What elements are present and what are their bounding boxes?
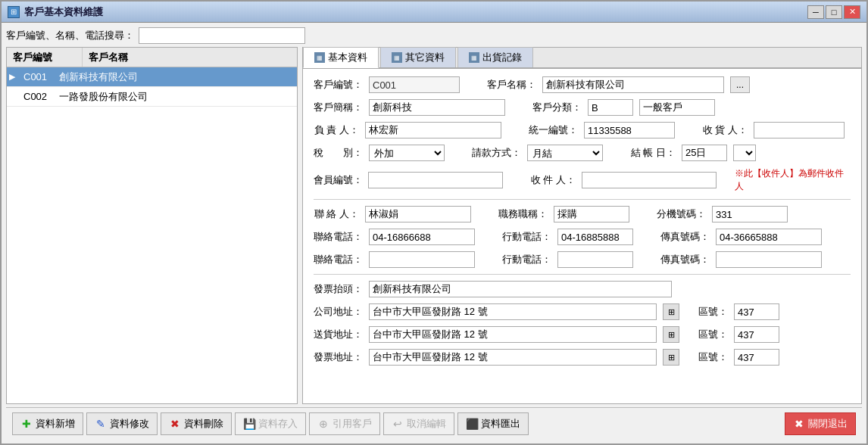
company-addr-input[interactable] [369, 303, 657, 320]
delivery-zone-label: 區號： [698, 328, 728, 341]
form-row-phone1: 聯絡電話： 行動電話： 傳真號碼： [314, 229, 851, 245]
app-icon: ⊞ [8, 6, 20, 18]
form-row-invoice: 發票抬頭： [314, 281, 851, 297]
form-row-member: 會員編號： 收 件 人： ※此【收件人】為郵件收件人 [314, 167, 851, 193]
edit-button[interactable]: ✎ 資料修改 [86, 412, 158, 435]
receiver-input[interactable] [754, 122, 845, 138]
closing-select[interactable] [733, 145, 756, 161]
close-button[interactable]: ✖ 關閉退出 [785, 412, 856, 435]
customer-code-label: 客戶編號： [314, 78, 363, 92]
invoice-input[interactable] [369, 281, 672, 297]
customer-code-input[interactable] [369, 76, 460, 93]
tab-basic-info[interactable]: ▦ 基本資料 [303, 47, 379, 68]
close-window-button[interactable]: ✕ [844, 5, 860, 19]
job-title-label: 職務職稱： [498, 207, 548, 221]
table-header: 客戶編號 客戶名稱 [7, 48, 297, 67]
customer-name-input[interactable] [542, 76, 724, 93]
delete-icon: ✖ [169, 418, 181, 430]
form-row-invoice-addr: 發票地址： ⊞ 區號： [314, 349, 851, 366]
customer-list-panel: 客戶編號 客戶名稱 ▶ C001 創新科技有限公司 C002 一路發股份有限公司 [6, 47, 298, 404]
add-icon: ✚ [20, 418, 33, 430]
phone1-input[interactable] [369, 229, 475, 245]
payment-label: 請款方式： [472, 146, 521, 160]
main-area: 客戶編號 客戶名稱 ▶ C001 創新科技有限公司 C002 一路發股份有限公司 [6, 47, 862, 404]
title-bar: ⊞ 客戶基本資料維護 ─ □ ✕ [2, 2, 866, 23]
invoice-addr-label: 發票地址： [314, 350, 363, 364]
recipient-label: 收 件 人： [530, 173, 576, 187]
recipient-input[interactable] [582, 172, 717, 188]
job-title-input[interactable] [554, 206, 629, 222]
content-area: 客戶編號、名稱、電話搜尋： 客戶編號 客戶名稱 ▶ C001 創新科技有限公司 [2, 23, 866, 443]
tab-other-info[interactable]: ▦ 其它資料 [380, 47, 456, 67]
company-addr-label: 公司地址： [314, 305, 363, 319]
nickname-label: 客戶簡稱： [314, 101, 363, 114]
customer-name-cell: 一路發股份有限公司 [53, 90, 297, 104]
invoice-zone-input[interactable] [734, 349, 779, 366]
phone1-label: 聯絡電話： [314, 230, 363, 244]
member-input[interactable] [368, 172, 503, 188]
category-desc-input[interactable] [639, 99, 715, 116]
ext-input[interactable] [712, 206, 788, 222]
add-button[interactable]: ✚ 資料新增 [12, 412, 83, 435]
cancel-icon: ↩ [392, 418, 404, 430]
form-row-contact2: 聯 絡 人： 職務職稱： 分機號碼： [314, 206, 851, 222]
quote-button[interactable]: ⊕ 引用客戶 [309, 412, 380, 435]
search-input[interactable] [139, 27, 305, 44]
fax1-label: 傳真號碼： [660, 230, 710, 244]
tab-bar: ▦ 基本資料 ▦ 其它資料 ▦ 出貨記錄 [303, 48, 861, 69]
section-divider-1 [314, 199, 851, 200]
delete-button[interactable]: ✖ 資料刪除 [161, 412, 232, 435]
customer-name-ellipsis-button[interactable]: ... [730, 76, 750, 93]
fax2-input[interactable] [716, 251, 822, 268]
receiver-label: 收 貨 人： [702, 123, 748, 137]
closing-input[interactable] [682, 145, 727, 161]
member-label: 會員編號： [314, 173, 362, 187]
quote-icon: ⊕ [317, 418, 329, 430]
contact2-label: 聯 絡 人： [314, 207, 359, 221]
category-input[interactable] [588, 99, 633, 116]
form-row-customer-code: 客戶編號： 客戶名稱： ... [314, 76, 851, 93]
search-label: 客戶編號、名稱、電話搜尋： [6, 29, 134, 42]
delivery-addr-grid-button[interactable]: ⊞ [663, 326, 679, 343]
minimize-button[interactable]: ─ [807, 5, 824, 19]
invoice-addr-grid-button[interactable]: ⊞ [663, 349, 679, 366]
company-addr-grid-button[interactable]: ⊞ [663, 303, 679, 320]
tax-id-input[interactable] [584, 122, 675, 138]
search-bar: 客戶編號、名稱、電話搜尋： [6, 27, 862, 44]
table-row[interactable]: ▶ C001 創新科技有限公司 [7, 67, 297, 87]
window-title: 客戶基本資料維護 [24, 5, 803, 19]
maximize-button[interactable]: □ [826, 5, 842, 19]
export-button[interactable]: ⬛ 資料匯出 [457, 412, 529, 435]
customer-name-cell: 創新科技有限公司 [53, 70, 297, 84]
company-zone-label: 區號： [698, 305, 728, 319]
tax-select[interactable]: 外加 內含 免稅 [369, 145, 445, 161]
save-button[interactable]: 💾 資料存入 [235, 412, 306, 435]
delivery-addr-input[interactable] [369, 326, 657, 343]
form-row-company-addr: 公司地址： ⊞ 區號： [314, 303, 851, 320]
contact-input[interactable] [365, 122, 501, 138]
mobile1-input[interactable] [557, 229, 633, 245]
fax1-input[interactable] [716, 229, 822, 245]
phone2-input[interactable] [369, 251, 475, 268]
save-icon: 💾 [243, 418, 255, 430]
company-zone-input[interactable] [734, 303, 779, 320]
edit-icon: ✎ [95, 418, 107, 430]
form-row-contact: 負 責 人： 統一編號： 收 貨 人： [314, 122, 851, 138]
close-icon: ✖ [793, 418, 805, 430]
customer-code-cell: C001 [17, 71, 53, 82]
tab-shipping-records[interactable]: ▦ 出貨記錄 [457, 47, 533, 67]
title-buttons: ─ □ ✕ [807, 5, 860, 19]
table-row[interactable]: C002 一路發股份有限公司 [7, 87, 297, 107]
form-row-phone2: 聯絡電話： 行動電話： 傳真號碼： [314, 251, 851, 268]
detail-panel: ▦ 基本資料 ▦ 其它資料 ▦ 出貨記錄 客戶 [302, 47, 862, 404]
payment-select[interactable]: 月結 現金 [527, 145, 603, 161]
contact2-input[interactable] [365, 206, 471, 222]
form-area: 客戶編號： 客戶名稱： ... 客戶簡稱： 客戶分類： [303, 69, 861, 403]
nickname-input[interactable] [369, 99, 505, 116]
invoice-addr-input[interactable] [369, 349, 657, 366]
cancel-button[interactable]: ↩ 取消編輯 [383, 412, 454, 435]
tax-id-label: 統一編號： [529, 123, 578, 137]
closing-label: 結 帳 日： [630, 146, 676, 160]
delivery-zone-input[interactable] [734, 326, 779, 343]
mobile2-input[interactable] [557, 251, 633, 268]
